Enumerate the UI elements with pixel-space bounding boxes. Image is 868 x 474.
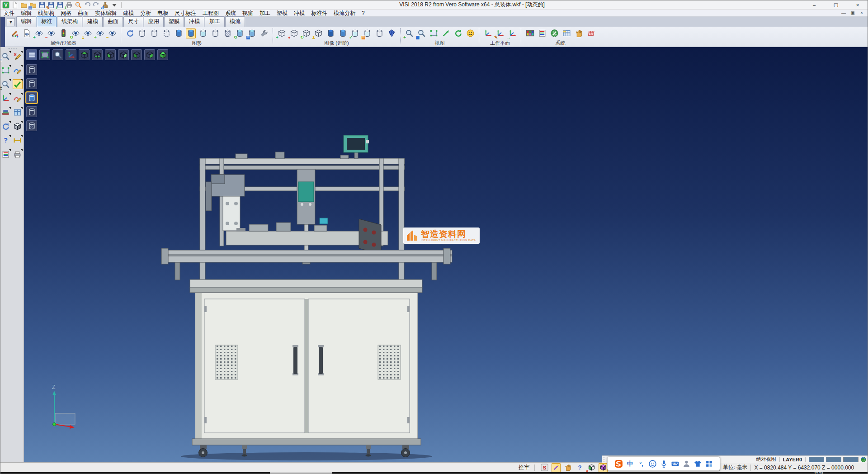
- transparent-view-icon[interactable]: [198, 28, 208, 38]
- tab-曲面[interactable]: 曲面: [103, 16, 123, 27]
- solid-display-icon[interactable]: [13, 121, 23, 131]
- sketch-curve-icon[interactable]: [13, 65, 23, 75]
- layer-manager-icon[interactable]: [537, 28, 547, 38]
- macro-icon[interactable]: S: [540, 463, 549, 472]
- ime-emoji-icon[interactable]: [647, 459, 657, 469]
- tab-线架构[interactable]: 线架构: [57, 16, 82, 27]
- doc-minimize-button[interactable]: —: [840, 10, 847, 15]
- view-mode-label[interactable]: 绝对视图: [756, 456, 776, 463]
- update-render-icon[interactable]: ↻: [235, 28, 245, 38]
- strip-transparent-icon[interactable]: [26, 106, 37, 117]
- units-label[interactable]: 单位: 毫米: [723, 464, 748, 471]
- ime-punct-icon[interactable]: °,: [636, 459, 646, 469]
- status-grip[interactable]: [604, 457, 605, 462]
- show-entities-icon[interactable]: +: [34, 28, 44, 38]
- view-bottom-icon[interactable]: [92, 49, 103, 60]
- menu-item-11[interactable]: 工程图: [199, 9, 222, 17]
- menu-item-18[interactable]: 模流分析: [330, 9, 359, 17]
- tab-标准[interactable]: 标准: [37, 16, 57, 27]
- viewport-layout-icon[interactable]: [13, 107, 23, 117]
- status-help-icon[interactable]: ?: [575, 463, 584, 472]
- save-all-icon[interactable]: +: [56, 1, 64, 9]
- add-wireframe-icon[interactable]: +: [277, 28, 287, 38]
- strip-mesh-icon[interactable]: [26, 120, 37, 131]
- plot-icon[interactable]: [13, 149, 23, 159]
- report-icon[interactable]: [1, 149, 11, 159]
- regen-view-icon[interactable]: [1, 121, 11, 131]
- tab-冲模[interactable]: 冲模: [184, 16, 204, 27]
- menu-item-17[interactable]: 标准件: [308, 9, 330, 17]
- history-undo-icon[interactable]: ↺: [101, 1, 109, 9]
- zoom-previous-icon[interactable]: [52, 49, 63, 60]
- tab-尺寸[interactable]: 尺寸: [123, 16, 143, 27]
- origin-axes-icon[interactable]: [66, 49, 76, 60]
- tab-dropdown-icon[interactable]: ▼: [7, 18, 15, 26]
- shaded-edges-view-icon[interactable]: [186, 28, 196, 38]
- strip-shaded-icon[interactable]: [26, 92, 37, 103]
- menu-item-9[interactable]: 电极: [154, 9, 171, 17]
- menu-item-1[interactable]: 文件: [0, 9, 18, 17]
- hidden-line-view-icon[interactable]: [149, 28, 159, 38]
- menu-item-10[interactable]: 尺寸标注: [171, 9, 199, 17]
- strip-hidden-icon[interactable]: [26, 78, 37, 89]
- zoom-window-icon[interactable]: [429, 28, 439, 38]
- doc-close-button[interactable]: ×: [859, 10, 865, 15]
- dashed-hidden-view-icon[interactable]: [161, 28, 171, 38]
- menu-item-7[interactable]: 建模: [120, 9, 137, 17]
- selection-settings-icon[interactable]: [574, 28, 584, 38]
- options-table-icon[interactable]: [561, 28, 571, 38]
- layer-color-swatch-1[interactable]: [809, 457, 824, 462]
- tab-加工[interactable]: 加工: [205, 16, 225, 27]
- edit-attributes-icon[interactable]: [9, 28, 19, 38]
- doc-restore-button[interactable]: ▣: [849, 10, 856, 15]
- zoom-selection-icon[interactable]: ▦: [416, 28, 426, 38]
- wire-cylinder-icon[interactable]: [374, 28, 384, 38]
- world-icon[interactable]: [860, 456, 867, 463]
- zoom-in-icon[interactable]: +: [404, 28, 414, 38]
- visi-logo-icon[interactable]: V: [2, 1, 10, 9]
- ime-keyboard-icon[interactable]: [670, 459, 680, 469]
- view-back-icon[interactable]: [118, 49, 129, 60]
- menu-item-12[interactable]: 系统: [222, 9, 239, 17]
- rotate-view-icon[interactable]: [453, 28, 463, 38]
- view-top-icon[interactable]: [79, 49, 90, 60]
- construction-cube-icon[interactable]: ×: [587, 463, 596, 472]
- view-front-icon[interactable]: [105, 49, 116, 60]
- spline-edit-icon[interactable]: [13, 93, 23, 103]
- menu-item-16[interactable]: 冲模: [291, 9, 308, 17]
- advanced-filter-icon[interactable]: ●: [289, 28, 299, 38]
- mesh-view-icon[interactable]: [222, 28, 232, 38]
- menu-item-8[interactable]: 分析: [137, 9, 154, 17]
- save-icon[interactable]: [38, 1, 46, 9]
- view-attributes-icon[interactable]: [22, 28, 32, 38]
- ime-toolbox-icon[interactable]: [704, 459, 714, 469]
- insert-model-icon[interactable]: ▤: [29, 1, 37, 9]
- help-icon[interactable]: ?: [1, 135, 11, 145]
- hide-all-icon[interactable]: −: [107, 28, 117, 38]
- workplane-create-icon[interactable]: [483, 28, 493, 38]
- tab-模流[interactable]: 模流: [225, 16, 245, 27]
- measure-icon[interactable]: [13, 135, 23, 145]
- layer-color-swatch-2[interactable]: [826, 457, 841, 462]
- color-table-icon[interactable]: [525, 28, 535, 38]
- system-settings-icon[interactable]: [549, 28, 559, 38]
- menu-item-3[interactable]: 线架构: [35, 9, 57, 17]
- menu-item-4[interactable]: 网格: [57, 9, 75, 17]
- shaded-view-icon[interactable]: [174, 28, 184, 38]
- snap-lock-label[interactable]: 拴牢: [519, 464, 529, 471]
- workplane-align-icon[interactable]: →: [507, 28, 517, 38]
- render-options-icon[interactable]: [259, 28, 269, 38]
- quick-access-dropdown-icon[interactable]: [110, 1, 118, 9]
- save-as-icon[interactable]: ✎: [47, 1, 55, 9]
- layer-color-swatch-3[interactable]: [843, 457, 859, 462]
- menu-item-15[interactable]: 塑模: [274, 9, 291, 17]
- selection-filter-icon[interactable]: [58, 28, 68, 38]
- menu-item-2[interactable]: 编辑: [18, 9, 35, 17]
- hide-entities-icon[interactable]: −: [46, 28, 56, 38]
- redo-icon[interactable]: [92, 1, 100, 9]
- zoom-dynamic-icon[interactable]: ±: [1, 79, 11, 89]
- view-right-icon[interactable]: [144, 49, 155, 60]
- sogou-logo-icon[interactable]: [613, 459, 623, 469]
- print-preview-icon[interactable]: [74, 1, 82, 9]
- ucs-cube-icon[interactable]: [599, 463, 608, 472]
